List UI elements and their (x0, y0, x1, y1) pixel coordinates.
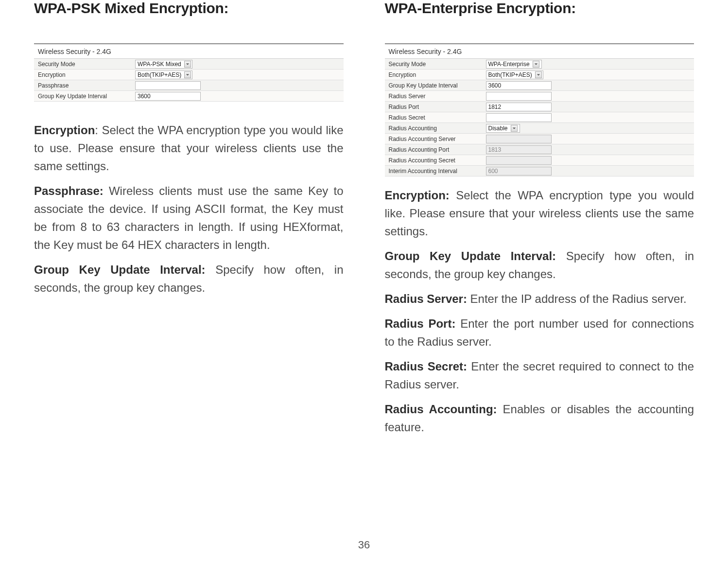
form-label: Radius Port (389, 104, 486, 110)
form-row: Security Mode WPA-PSK Mixed (34, 59, 344, 70)
chevron-down-icon (184, 61, 191, 68)
paragraph: Group Key Update Interval: Specify how o… (385, 247, 694, 283)
select-value: Disable (488, 125, 508, 132)
left-form-title: Wireless Security - 2.4G (34, 44, 344, 59)
left-form: Wireless Security - 2.4G Security Mode W… (34, 43, 344, 102)
right-heading: WPA-Enterprise Encryption: (385, 0, 694, 17)
form-label: Radius Accounting Secret (389, 157, 486, 164)
security-mode-select[interactable]: WPA-PSK Mixed (135, 60, 192, 69)
form-label: Encryption (38, 71, 135, 78)
form-label: Radius Accounting Server (389, 136, 486, 142)
form-row: Radius Accounting Port 1813 (385, 144, 694, 155)
term: Radius Secret: (385, 360, 468, 373)
form-label: Radius Secret (389, 114, 486, 121)
form-label: Group Key Update Interval (38, 93, 135, 100)
chevron-down-icon (533, 61, 539, 68)
form-label: Radius Accounting Port (389, 146, 486, 153)
term: Passphrase: (34, 184, 104, 197)
right-column: WPA-Enterprise Encryption: Wireless Secu… (385, 0, 694, 436)
term: Radius Port: (385, 317, 456, 330)
group-key-interval-field[interactable]: 3600 (486, 81, 552, 90)
radius-acct-port-field: 1813 (486, 145, 552, 154)
form-row: Security Mode WPA-Enterprise (385, 59, 694, 70)
form-row: Group Key Update Interval 3600 (385, 80, 694, 91)
paragraph: Radius Server: Enter the IP address of t… (385, 290, 694, 308)
select-value: Both(TKIP+AES) (138, 71, 181, 78)
paragraph: Radius Secret: Enter the secret required… (385, 357, 694, 393)
term: Group Key Update Interval: (385, 249, 556, 263)
term: Encryption (34, 123, 95, 137)
radius-acct-secret-field (486, 156, 552, 165)
form-label: Group Key Update Interval (389, 82, 486, 89)
form-row: Radius Server (385, 91, 694, 102)
form-label: Encryption (389, 71, 486, 78)
select-value: Both(TKIP+AES) (488, 71, 532, 78)
term: Radius Server: (385, 292, 467, 305)
radius-secret-field[interactable] (486, 113, 552, 122)
form-row: Radius Accounting Secret (385, 155, 694, 166)
left-column: WPA-PSK Mixed Encryption: Wireless Secur… (34, 0, 344, 436)
form-label: Radius Accounting (389, 125, 486, 132)
form-label: Radius Server (389, 93, 486, 100)
page-content: WPA-PSK Mixed Encryption: Wireless Secur… (0, 0, 728, 436)
form-row: Radius Port 1812 (385, 102, 694, 112)
left-paragraphs: Encryption: Select the WPA encryption ty… (34, 121, 344, 297)
chevron-down-icon (535, 71, 542, 78)
radius-acct-server-field (486, 135, 552, 143)
chevron-down-icon (511, 125, 518, 132)
form-row: Radius Accounting Server (385, 134, 694, 144)
paragraph: Radius Port: Enter the port number used … (385, 315, 694, 351)
paragraph: Group Key Update Interval: Specify how o… (34, 261, 344, 297)
term: Group Key Update Interval: (34, 263, 206, 276)
right-form-title: Wireless Security - 2.4G (385, 44, 694, 59)
form-label: Security Mode (38, 61, 135, 68)
encryption-select[interactable]: Both(TKIP+AES) (486, 70, 543, 79)
term: Encryption: (385, 189, 450, 202)
form-row: Interim Accounting Interval 600 (385, 166, 694, 176)
right-form: Wireless Security - 2.4G Security Mode W… (385, 43, 694, 176)
term: Radius Accounting: (385, 403, 497, 416)
group-key-interval-field[interactable]: 3600 (135, 92, 201, 101)
right-paragraphs: Encryption: Select the WPA encryption ty… (385, 186, 694, 436)
text: Enter the IP address of the Radius serve… (467, 292, 687, 305)
security-mode-select[interactable]: WPA-Enterprise (486, 60, 542, 69)
paragraph: Encryption: Select the WPA encryption ty… (34, 121, 344, 175)
left-heading: WPA-PSK Mixed Encryption: (34, 0, 344, 17)
encryption-select[interactable]: Both(TKIP+AES) (135, 70, 192, 79)
interim-acct-interval-field: 600 (486, 167, 552, 176)
form-label: Security Mode (389, 61, 486, 68)
form-row: Encryption Both(TKIP+AES) (34, 70, 344, 80)
form-label: Interim Accounting Interval (389, 168, 486, 175)
paragraph: Passphrase: Wireless clients must use th… (34, 182, 344, 254)
form-row: Group Key Update Interval 3600 (34, 91, 344, 102)
form-row: Radius Secret (385, 112, 694, 123)
paragraph: Encryption: Select the WPA encryption ty… (385, 186, 694, 240)
form-row: Passphrase (34, 80, 344, 91)
passphrase-field[interactable] (135, 81, 201, 90)
page-number: 36 (0, 539, 728, 551)
paragraph: Radius Accounting: Enables or disables t… (385, 400, 694, 436)
radius-accounting-select[interactable]: Disable (486, 124, 520, 133)
form-row: Encryption Both(TKIP+AES) (385, 70, 694, 80)
form-row: Radius Accounting Disable (385, 123, 694, 134)
radius-server-field[interactable] (486, 92, 552, 101)
select-value: WPA-PSK Mixed (138, 61, 181, 68)
radius-port-field[interactable]: 1812 (486, 103, 552, 111)
select-value: WPA-Enterprise (488, 61, 530, 68)
chevron-down-icon (184, 71, 191, 78)
form-label: Passphrase (38, 82, 135, 89)
